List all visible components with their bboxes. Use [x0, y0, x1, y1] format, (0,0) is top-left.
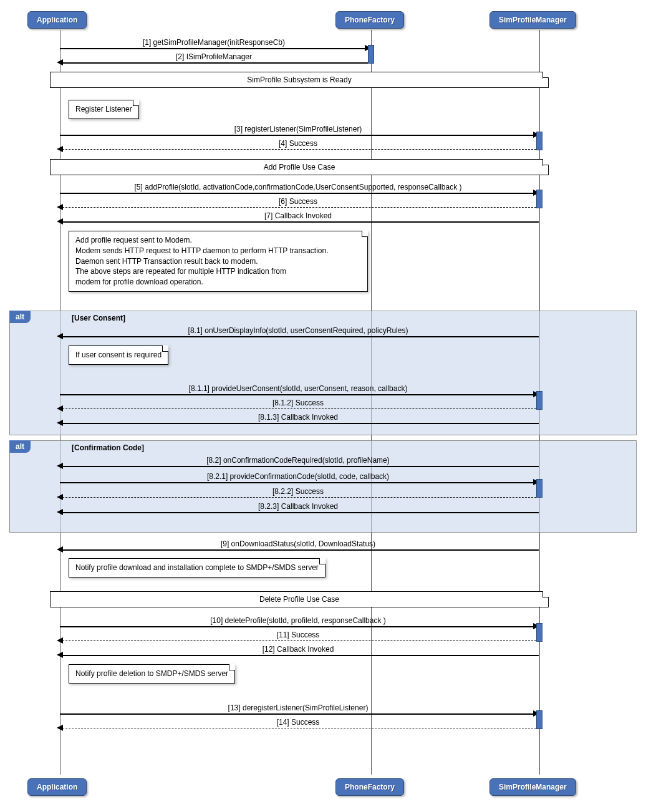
sequence-diagram: Application PhoneFactory SimProfileManag…: [0, 0, 646, 812]
msg-8-1: [62, 336, 539, 337]
msg-6-label: [6] Success: [60, 197, 536, 206]
participant-simprofilemanager-bottom: SimProfileManager: [489, 778, 576, 796]
msg-9: [62, 549, 539, 551]
note-text: The above steps are repeated for multipl…: [75, 266, 361, 277]
note-text: Notify profile deletion to SMDP+/SMDS se…: [75, 669, 228, 678]
divider-text: Delete Profile Use Case: [259, 595, 339, 604]
activation: [536, 479, 542, 498]
participant-simprofilemanager-top: SimProfileManager: [489, 11, 576, 29]
msg-7-label: [7] Callback Invoked: [60, 211, 536, 220]
note-text: Modem sends HTTP request to HTTP daemon …: [75, 246, 361, 256]
msg-8-2-2: [62, 497, 536, 498]
alt-label-user-consent: [User Consent]: [72, 314, 125, 322]
note-deletion: Notify profile deletion to SMDP+/SMDS se…: [69, 664, 235, 684]
activation: [536, 710, 542, 729]
note-text: modem for profile download operation.: [75, 277, 361, 288]
divider-delete: Delete Profile Use Case: [50, 591, 549, 607]
msg-10: [60, 626, 536, 627]
msg-8-2-3-label: [8.2.3] Callback Invoked: [60, 502, 536, 511]
msg-8-1-label: [8.1] onUserDisplayInfo(slotId, userCons…: [60, 326, 536, 335]
msg-4-label: [4] Success: [60, 139, 536, 148]
activation: [536, 132, 542, 150]
msg-12: [62, 655, 539, 656]
msg-3-label: [3] registerListener(SimProfileListener): [60, 125, 536, 133]
msg-5-label: [5] addProfile(slotId, activationCode,co…: [60, 183, 536, 191]
msg-3: [60, 135, 536, 136]
note-text: Notify profile download and installation…: [75, 563, 319, 572]
alt-label-confirmation: [Confirmation Code]: [72, 443, 144, 452]
note-register-listener: Register Listener: [69, 100, 139, 119]
msg-8-2-3: [62, 512, 539, 513]
msg-12-label: [12] Callback Invoked: [60, 645, 536, 654]
activation: [368, 45, 374, 64]
msg-13: [60, 713, 536, 715]
msg-5: [60, 193, 536, 194]
msg-8-2-1: [60, 482, 536, 483]
divider-add: Add Profile Use Case: [50, 159, 549, 175]
alt-tag: alt: [9, 311, 31, 323]
msg-10-label: [10] deleteProfile(slotId, profileId, re…: [60, 616, 536, 625]
divider-text: Add Profile Use Case: [264, 163, 335, 172]
participant-application-top: Application: [27, 11, 87, 29]
msg-6: [62, 207, 536, 208]
activation: [536, 391, 542, 410]
activation: [536, 623, 542, 642]
msg-8-1-2: [62, 408, 536, 410]
msg-13-label: [13] deregisterListener(SimProfileListen…: [60, 703, 536, 712]
msg-7: [62, 221, 539, 223]
msg-8-2-2-label: [8.2.2] Success: [60, 487, 536, 496]
msg-1: [60, 48, 368, 49]
msg-1-label: [1] getSimProfileManager(initResponseCb): [60, 38, 368, 47]
msg-9-label: [9] onDownloadStatus(slotId, DownloadSta…: [60, 539, 536, 548]
msg-11: [62, 640, 536, 642]
divider-ready: SimProfile Subsystem is Ready: [50, 72, 549, 88]
note-modem: Add profile request sent to Modem. Modem…: [69, 231, 368, 292]
msg-8-1-3-label: [8.1.3] Callback Invoked: [60, 413, 536, 422]
msg-2: [62, 62, 368, 64]
msg-14-label: [14] Success: [60, 718, 536, 727]
msg-8-1-2-label: [8.1.2] Success: [60, 399, 536, 407]
alt-tag: alt: [9, 440, 31, 453]
msg-2-label: [2] ISimProfileManager: [60, 52, 368, 61]
msg-8-2: [62, 466, 539, 467]
msg-8-1-1: [60, 394, 536, 395]
msg-8-1-1-label: [8.1.1] provideUserConsent(slotId, userC…: [60, 384, 536, 393]
note-text: Register Listener: [75, 105, 132, 114]
note-text: If user consent is required: [75, 350, 162, 359]
participant-application-bottom: Application: [27, 778, 87, 796]
msg-11-label: [11] Success: [60, 631, 536, 639]
activation: [536, 190, 542, 208]
note-download-complete: Notify profile download and installation…: [69, 558, 325, 578]
alt-confirmation-code: alt: [9, 440, 637, 533]
msg-14: [62, 728, 536, 729]
msg-4: [62, 149, 536, 150]
note-text: Add profile request sent to Modem.: [75, 235, 361, 246]
note-user-consent: If user consent is required: [69, 346, 168, 365]
participant-phonefactory-bottom: PhoneFactory: [335, 778, 404, 796]
msg-8-2-1-label: [8.2.1] provideConfirmationCode(slotId, …: [60, 472, 536, 481]
msg-8-2-label: [8.2] onConfirmationCodeRequired(slotId,…: [60, 456, 536, 465]
note-text: Daemon sent HTTP Transaction result back…: [75, 256, 361, 267]
divider-text: SimProfile Subsystem is Ready: [247, 75, 351, 84]
participant-phonefactory-top: PhoneFactory: [335, 11, 404, 29]
msg-8-1-3: [62, 423, 539, 424]
